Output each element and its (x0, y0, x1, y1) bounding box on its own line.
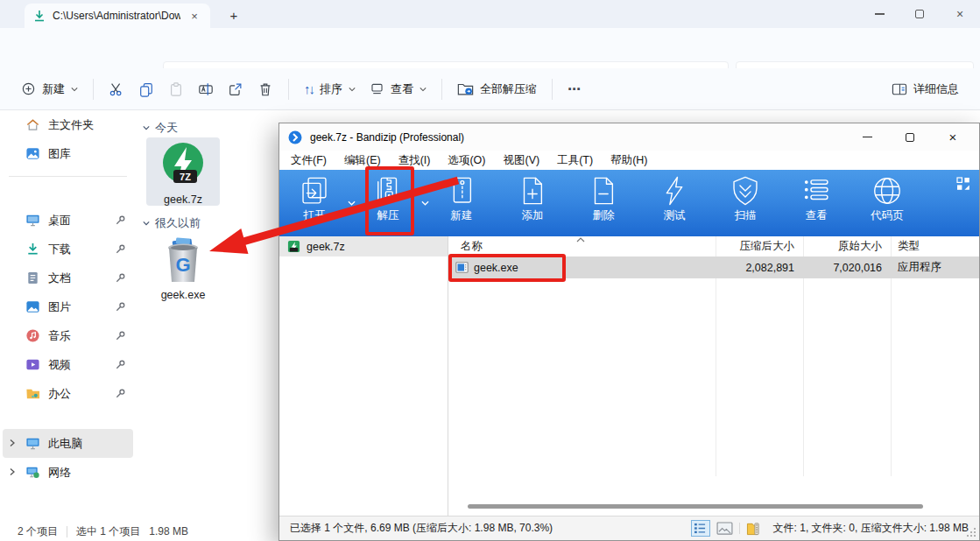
explorer-sidebar: 主文件夹 图库 桌面 下载 文档 图片 音乐 (0, 110, 136, 522)
column-header-original-size[interactable]: 原始大小 (803, 239, 891, 254)
open-archive-icon (298, 174, 331, 207)
more-options-button[interactable]: ⋯ (561, 76, 588, 102)
bandizip-content: geek.7z 名称 压缩后大小 原始大小 类型 geek.exe (279, 236, 979, 516)
bandizip-minimize-button[interactable] (850, 125, 885, 150)
toolbar-button-label: 添加 (522, 208, 544, 223)
new-button-label: 新建 (42, 81, 65, 97)
new-button[interactable]: 新建 (14, 76, 85, 102)
toolbar-button-label: 删除 (593, 208, 615, 223)
archive-7z-small-icon (287, 240, 300, 253)
sidebar-item-downloads[interactable]: 下载 (3, 235, 133, 263)
group-header-today[interactable]: 今天 (136, 118, 278, 137)
paste-button[interactable] (161, 76, 191, 102)
sidebar-item-music[interactable]: 音乐 (3, 321, 133, 350)
menu-find[interactable]: 查找(I) (398, 153, 431, 168)
bandizip-window: geek.7z - Bandizip (Professional) × 文件(F… (278, 123, 980, 541)
list-row-geek-exe[interactable]: geek.exe 2,082,891 7,020,016 应用程序 (448, 256, 979, 278)
bandizip-close-button[interactable]: × (935, 125, 970, 150)
new-archive-button[interactable]: 新建 (434, 172, 490, 235)
toolbar-button-label: 扫描 (735, 208, 757, 223)
item-count: 2 个项目 (18, 524, 58, 539)
cell-type: 应用程序 (891, 260, 979, 275)
details-pane-button[interactable]: 详细信息 (885, 76, 966, 102)
view-button[interactable]: 查看 (363, 76, 434, 102)
column-header-type[interactable]: 类型 (891, 239, 979, 254)
thumbnail-view-toggle[interactable] (716, 522, 733, 535)
share-button[interactable] (221, 76, 250, 102)
explorer-window-controls: × (859, 0, 980, 28)
group-header-long-ago[interactable]: 很久以前 (136, 214, 278, 233)
extract-button[interactable]: 解压 (360, 172, 416, 235)
rename-icon (198, 81, 214, 97)
column-header-packed-size[interactable]: 压缩后大小 (716, 239, 803, 254)
open-folder-icon[interactable] (746, 522, 761, 536)
downloads-icon (25, 242, 40, 256)
tab-close-button[interactable]: × (187, 9, 201, 23)
file-geek-7z[interactable]: 7Z geek.7z (146, 137, 220, 206)
new-plus-icon (21, 81, 36, 96)
scan-archive-button[interactable]: 扫描 (717, 172, 773, 235)
sidebar-item-label: 此电脑 (48, 436, 82, 452)
chevron-right-icon[interactable] (8, 467, 17, 476)
sidebar-item-label: 文档 (48, 270, 71, 286)
divider (288, 79, 289, 100)
menu-tools[interactable]: 工具(T) (557, 153, 593, 168)
sidebar-item-gallery[interactable]: 图库 (3, 139, 133, 168)
shield-scan-icon (729, 174, 762, 207)
resize-grip[interactable] (966, 527, 976, 537)
svg-text:G: G (175, 254, 190, 276)
toolbar-layout-icon[interactable] (956, 177, 970, 191)
extract-all-label: 全部解压缩 (480, 81, 537, 97)
menu-help[interactable]: 帮助(H) (610, 153, 647, 168)
menu-view[interactable]: 视图(V) (504, 153, 540, 168)
exe-file-icon (455, 262, 469, 273)
sidebar-item-desktop[interactable]: 桌面 (3, 206, 133, 235)
maximize-button[interactable] (899, 1, 940, 27)
add-files-button[interactable]: 添加 (504, 172, 561, 235)
copy-button[interactable] (131, 76, 161, 102)
divider (739, 523, 740, 534)
open-archive-button[interactable]: 打开 (286, 172, 342, 235)
bandizip-logo-icon (288, 130, 302, 144)
list-header-row: 名称 压缩后大小 原始大小 类型 (448, 236, 979, 256)
bandizip-title-bar[interactable]: geek.7z - Bandizip (Professional) × (279, 123, 979, 151)
sidebar-item-home[interactable]: 主文件夹 (3, 110, 133, 139)
test-archive-button[interactable]: 测试 (646, 172, 702, 235)
extract-all-button[interactable]: 全部解压缩 (450, 76, 544, 102)
home-icon (25, 117, 40, 132)
cut-button[interactable] (102, 76, 131, 102)
new-tab-button[interactable]: + (224, 5, 243, 25)
tree-item-geek-7z[interactable]: geek.7z (279, 236, 448, 256)
sidebar-item-label: 下载 (48, 242, 71, 257)
chevron-right-icon[interactable] (8, 439, 17, 447)
sidebar-item-this-pc[interactable]: 此电脑 (3, 429, 133, 458)
view-file-button[interactable]: 查看 (788, 172, 844, 235)
details-view-toggle[interactable] (691, 520, 710, 537)
minimize-button[interactable] (859, 1, 899, 27)
horizontal-scrollbar[interactable] (468, 504, 923, 509)
sidebar-item-videos[interactable]: 视频 (3, 350, 133, 379)
sidebar-item-label: 视频 (48, 357, 71, 373)
delete-files-button[interactable]: 删除 (575, 172, 631, 235)
extract-dropdown-button[interactable] (416, 172, 434, 235)
sidebar-item-pictures[interactable]: 图片 (3, 292, 133, 321)
menu-options[interactable]: 选项(O) (448, 153, 485, 168)
explorer-tab[interactable]: C:\Users\Administrator\Downl × (25, 4, 210, 28)
explorer-file-area: 今天 7Z geek.7z 很久以前 G (136, 110, 278, 522)
divider (9, 176, 127, 177)
menu-edit[interactable]: 编辑(E) (344, 153, 381, 168)
codepage-button[interactable]: 代码页 (859, 172, 915, 235)
open-dropdown-button[interactable] (342, 172, 360, 235)
sort-button[interactable]: ↑↓ 排序 (297, 76, 363, 102)
rename-button[interactable] (191, 76, 221, 102)
menu-file[interactable]: 文件(F) (291, 153, 327, 168)
sidebar-item-network[interactable]: 网络 (3, 458, 133, 487)
pin-icon (115, 301, 126, 313)
delete-button[interactable] (250, 76, 280, 102)
sidebar-item-office[interactable]: 办公 (3, 379, 133, 408)
file-geek-exe[interactable]: G geek.exe (146, 233, 220, 301)
bandizip-maximize-button[interactable] (892, 125, 927, 150)
sidebar-item-documents[interactable]: 文档 (3, 263, 133, 292)
selected-size: 1.98 MB (149, 525, 188, 537)
close-button[interactable]: × (940, 1, 980, 27)
